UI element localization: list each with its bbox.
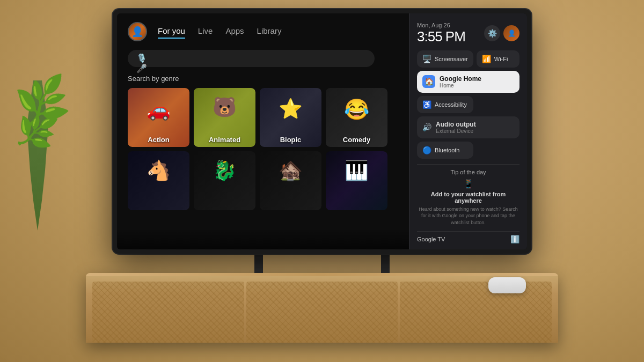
bluetooth-icon: 🔵 (422, 146, 431, 154)
tip-icon: 📱 (417, 179, 519, 189)
audio-output-title: Audio output (436, 121, 476, 128)
tv-leg-left (254, 254, 263, 275)
nav-item-apps[interactable]: Apps (225, 24, 244, 39)
accessibility-button[interactable]: ♿ Accessibility (417, 96, 473, 113)
chromecast-device (488, 277, 526, 293)
genre-card-row2-1[interactable] (128, 151, 189, 210)
audio-output-subtitle: External Device (436, 128, 476, 134)
accessibility-label: Accessibility (435, 101, 467, 108)
wifi-label: Wi-Fi (494, 56, 508, 62)
cabinet-panels (86, 273, 558, 343)
tip-section-label: Tip of the day (417, 169, 519, 175)
search-bar[interactable]: 🎤 (128, 50, 375, 67)
row2-2-inner (194, 151, 255, 210)
row2-4-inner (326, 151, 387, 210)
top-navigation: For you Live Apps Library (128, 22, 398, 41)
main-content-area: For you Live Apps Library 🎤 (117, 13, 409, 249)
profile-button[interactable]: 👤 (503, 25, 519, 41)
avatar[interactable] (128, 22, 147, 41)
qs-datetime-row: Mon, Aug 26 3:55 PM ⚙️ 👤 (417, 22, 519, 45)
tv-leg-right (381, 254, 390, 275)
cabinet-panel-2 (246, 282, 398, 343)
plant-decoration: 🌿 🌿 (16, 80, 59, 268)
tv-stand-legs (254, 254, 390, 275)
tip-description: Heard about something new to watch? Sear… (417, 206, 519, 226)
tv-screen: For you Live Apps Library 🎤 (117, 13, 527, 249)
wifi-icon: 📶 (482, 55, 491, 63)
google-home-icon: 🏠 (422, 75, 435, 88)
qs-footer: Google TV ℹ️ (417, 231, 519, 243)
info-icon[interactable]: ℹ️ (510, 235, 519, 243)
tip-of-day-section: Tip of the day 📱 Add to your watchlist f… (417, 164, 519, 226)
audio-output-icon: 🔊 (422, 123, 431, 131)
nav-item-library[interactable]: Library (257, 24, 282, 39)
action-label: Action (128, 136, 189, 144)
wifi-button[interactable]: 📶 Wi-Fi (477, 50, 519, 68)
google-home-subtitle: Home (440, 83, 481, 88)
genre-section-label: Search by genre (128, 75, 398, 83)
audio-output-button[interactable]: 🔊 Audio output External Device (417, 116, 519, 138)
accessibility-icon: ♿ (422, 100, 431, 109)
qs-buttons-grid: 🖥️ Screensaver 📶 Wi-Fi 🏠 Google Home (417, 50, 519, 159)
tv-cabinet (86, 273, 558, 343)
qs-footer-title: Google TV (417, 236, 445, 242)
tv-area: For you Live Apps Library 🎤 (102, 9, 542, 343)
animated-label: Animated (194, 136, 255, 144)
comedy-card-inner: Comedy (326, 88, 387, 147)
screensaver-icon: 🖥️ (422, 55, 431, 63)
cabinet-panel-1 (92, 282, 244, 343)
animated-card-inner: Animated (194, 88, 255, 147)
tip-title: Add to your watchlist from anywhere (417, 191, 519, 204)
nav-items: For you Live Apps Library (158, 24, 281, 39)
comedy-label: Comedy (326, 136, 387, 144)
screensaver-button[interactable]: 🖥️ Screensaver (417, 50, 473, 68)
qs-datetime: Mon, Aug 26 3:55 PM (417, 22, 465, 45)
tv-frame: For you Live Apps Library 🎤 (113, 9, 531, 254)
row2-3-inner (260, 151, 321, 210)
room-background: 🌿 🌿 For you Live Apps Library (0, 0, 644, 362)
qs-time: 3:55 PM (417, 28, 465, 45)
quick-settings-panel: Mon, Aug 26 3:55 PM ⚙️ 👤 🖥️ Screensaver (409, 13, 527, 249)
bluetooth-label: Bluetooth (435, 147, 459, 153)
cabinet-panel-3 (400, 282, 552, 343)
genre-card-comedy[interactable]: Comedy (326, 88, 387, 147)
genre-card-action[interactable]: Action (128, 88, 189, 147)
google-home-button[interactable]: 🏠 Google Home Home (417, 71, 519, 93)
action-card-inner: Action (128, 88, 189, 147)
google-home-info: Google Home Home (440, 75, 481, 88)
genre-card-row2-2[interactable] (194, 151, 255, 210)
biopic-label: Biopic (260, 136, 321, 144)
row2-1-inner (128, 151, 189, 210)
genre-card-biopic[interactable]: Biopic (260, 88, 321, 147)
genre-grid: Action Animated Biopic (128, 88, 398, 210)
nav-item-live[interactable]: Live (198, 24, 213, 39)
qs-date: Mon, Aug 26 (417, 22, 465, 28)
genre-card-animated[interactable]: Animated (194, 88, 255, 147)
screensaver-label: Screensaver (435, 56, 468, 62)
search-area: 🎤 (128, 50, 398, 67)
biopic-card-inner: Biopic (260, 88, 321, 147)
nav-item-for-you[interactable]: For you (158, 24, 185, 39)
google-home-title: Google Home (440, 75, 481, 83)
audio-output-info: Audio output External Device (436, 121, 476, 134)
genre-section: Search by genre Action A (128, 75, 398, 210)
genre-card-row2-4[interactable] (326, 151, 387, 210)
google-assistant-icon: 🎤 (136, 53, 147, 64)
bluetooth-button[interactable]: 🔵 Bluetooth (417, 142, 473, 159)
genre-card-row2-3[interactable] (260, 151, 321, 210)
qs-header-icons: ⚙️ 👤 (484, 25, 519, 41)
settings-button[interactable]: ⚙️ (484, 25, 500, 41)
